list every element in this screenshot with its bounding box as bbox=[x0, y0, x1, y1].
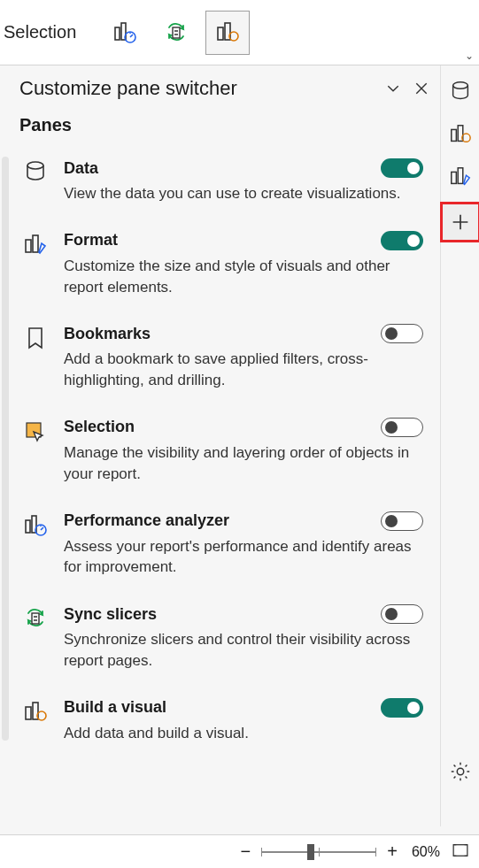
zoom-track[interactable] bbox=[261, 851, 376, 853]
rail-add-pane-button[interactable] bbox=[440, 202, 480, 242]
panel-header: Customize pane switcher bbox=[12, 71, 437, 104]
toolbar-icons bbox=[103, 11, 250, 55]
pane-item-data: Data View the data you can use to create… bbox=[19, 148, 430, 220]
panes-subheader: Panes bbox=[12, 104, 437, 148]
toggle-sync[interactable] bbox=[381, 604, 423, 624]
pane-title: Performance analyzer bbox=[64, 511, 381, 530]
pane-item-bookmarks: Bookmarks Add a bookmark to save applied… bbox=[19, 313, 430, 407]
rail-build-button[interactable] bbox=[443, 117, 478, 152]
sync-icon bbox=[19, 606, 51, 638]
pane-item-sync: Sync slicers Synchronize slicers and con… bbox=[19, 594, 430, 687]
toggle-perf[interactable] bbox=[381, 511, 423, 531]
pane-desc: Manage the visibility and layering order… bbox=[64, 442, 423, 485]
zoom-slider[interactable]: − + bbox=[237, 841, 401, 862]
perf-icon bbox=[19, 513, 51, 545]
toggle-data[interactable] bbox=[381, 158, 423, 178]
perf-analyzer-button[interactable] bbox=[103, 11, 147, 55]
pane-switcher-rail bbox=[440, 65, 479, 826]
expand-chevron-icon[interactable]: ⌄ bbox=[465, 50, 474, 62]
close-button[interactable] bbox=[409, 76, 434, 101]
pane-title: Data bbox=[64, 159, 381, 178]
pane-item-selection: Selection Manage the visibility and laye… bbox=[19, 407, 430, 501]
pane-desc: Add a bookmark to save applied filters, … bbox=[64, 349, 423, 391]
zoom-label: 60% bbox=[412, 844, 440, 860]
pane-title: Build a visual bbox=[64, 698, 381, 717]
rail-format-button[interactable] bbox=[443, 159, 478, 195]
format-icon bbox=[19, 233, 51, 265]
pane-title: Sync slicers bbox=[64, 605, 381, 624]
pane-item-format: Format Customize the size and style of v… bbox=[19, 220, 430, 314]
zoom-in-button[interactable]: + bbox=[383, 841, 401, 862]
selection-icon bbox=[19, 419, 51, 451]
pane-item-perf: Performance analyzer Assess your report'… bbox=[19, 501, 430, 595]
customize-pane-panel: Customize pane switcher Panes Data View … bbox=[12, 71, 437, 823]
fit-to-page-button[interactable] bbox=[451, 841, 470, 864]
panel-title: Customize pane switcher bbox=[19, 77, 377, 100]
bookmark-icon bbox=[19, 326, 51, 357]
top-toolbar: Selection ⌄ bbox=[0, 0, 479, 65]
data-icon bbox=[19, 160, 51, 192]
build-icon bbox=[19, 700, 51, 732]
zoom-out-button[interactable]: − bbox=[237, 841, 255, 862]
pane-item-build: Build a visual Add data and build a visu… bbox=[19, 687, 430, 760]
scrollbar[interactable] bbox=[2, 157, 9, 741]
sync-slicers-button[interactable] bbox=[154, 11, 198, 55]
pane-title: Bookmarks bbox=[64, 325, 381, 343]
pane-list: Data View the data you can use to create… bbox=[12, 148, 437, 760]
status-bar: − + 60% bbox=[0, 834, 479, 868]
pane-title: Format bbox=[64, 231, 381, 250]
pane-desc: Customize the size and style of visuals … bbox=[64, 256, 423, 298]
zoom-thumb[interactable] bbox=[307, 844, 314, 860]
pane-title: Selection bbox=[64, 418, 381, 436]
toggle-format[interactable] bbox=[381, 231, 423, 250]
rail-settings-button[interactable] bbox=[443, 754, 478, 789]
build-visual-button[interactable] bbox=[205, 11, 250, 55]
pane-desc: Synchronize slicers and control their vi… bbox=[64, 629, 423, 672]
rail-data-button[interactable] bbox=[443, 74, 478, 110]
toggle-build[interactable] bbox=[381, 698, 423, 718]
pane-desc: View the data you can use to create visu… bbox=[64, 183, 423, 204]
pane-desc: Assess your report's performance and ide… bbox=[64, 536, 423, 579]
pane-desc: Add data and build a visual. bbox=[64, 723, 423, 744]
toolbar-title: Selection bbox=[0, 22, 76, 42]
collapse-button[interactable] bbox=[381, 76, 406, 101]
toggle-selection[interactable] bbox=[381, 418, 423, 437]
toggle-bookmarks[interactable] bbox=[381, 324, 423, 343]
